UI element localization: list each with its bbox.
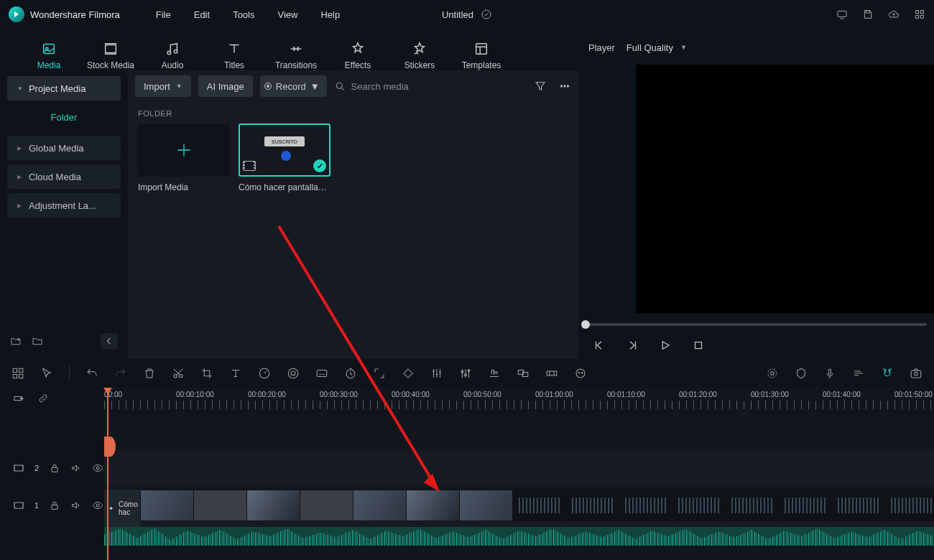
play-icon[interactable] [659,339,672,352]
clip-thumbnails[interactable] [141,490,934,521]
svg-rect-20 [13,375,17,378]
sidebar-item-label: Adjustment La... [29,200,96,211]
tab-transitions[interactable]: Transitions [269,40,323,70]
svg-point-38 [768,369,777,378]
adjust-icon[interactable] [430,367,443,380]
clip-header[interactable]: Cómo hac [104,490,141,527]
cloud-upload-icon[interactable] [888,9,900,20]
link-icon[interactable] [37,393,49,404]
clip-thumbnail: SUSCRITO ✓ [239,123,330,177]
layout-icon[interactable] [11,367,24,380]
delete-icon[interactable] [143,367,156,380]
import-button[interactable]: Import ▼ [135,75,191,97]
caption-icon[interactable] [315,367,328,380]
color-icon[interactable] [287,367,300,380]
timeline-tracks[interactable]: 00:00 00:00:10:00 00:00:20:00 00:00:30:0… [104,388,934,560]
mute-icon[interactable] [70,462,82,474]
tab-media[interactable]: Media [22,40,76,70]
tab-stock-media[interactable]: Stock Media [83,40,138,70]
media-clip-tile[interactable]: SUSCRITO ✓ Cómo hacer pantallas ... [239,123,330,192]
panel-tabs: Media Stock Media Audio Titles Transitio… [0,29,578,70]
playhead-handle[interactable] [104,437,116,457]
track-header-v2[interactable]: 2 [0,449,104,487]
player-scrubber[interactable] [586,323,927,326]
record-button[interactable]: Record ▼ [260,75,327,97]
expand-icon[interactable] [373,367,386,380]
sidebar-item-cloud-media[interactable]: ▶ Cloud Media [7,164,121,189]
new-folder-icon[interactable] [10,335,22,347]
display-icon[interactable] [836,9,848,20]
audio-mixer-icon[interactable] [852,367,865,380]
lock-icon[interactable] [49,462,60,474]
more-icon[interactable] [558,80,571,93]
folder-icon[interactable] [32,335,43,347]
keyframe-icon[interactable] [402,367,415,380]
voiceover-icon[interactable] [823,367,836,380]
text-icon[interactable] [229,367,242,380]
filter-icon[interactable] [534,80,547,93]
sidebar-item-global-media[interactable]: ▶ Global Media [7,136,121,160]
import-media-tile[interactable]: Import Media [138,123,230,192]
stop-icon[interactable] [692,339,705,352]
tab-stickers[interactable]: Stickers [392,40,447,70]
prev-frame-icon[interactable] [593,339,606,352]
render-icon[interactable] [766,367,779,380]
search-input[interactable]: Search media [334,80,527,92]
add-track-icon[interactable] [13,393,24,404]
collapse-sidebar-button[interactable] [101,333,118,349]
tab-templates[interactable]: Templates [454,40,509,70]
align-icon[interactable] [488,367,501,380]
project-media-button[interactable]: ▼ Project Media [7,76,121,101]
next-frame-icon[interactable] [626,339,639,352]
quality-selector[interactable]: Full Quality ▼ [626,42,687,53]
track-header-v1[interactable]: 1 [0,487,104,524]
menu-help[interactable]: Help [320,9,340,20]
svg-point-10 [167,51,171,55]
menu-tools[interactable]: Tools [233,9,254,20]
ai-icon[interactable] [574,367,587,380]
tab-titles[interactable]: Titles [207,40,262,70]
undo-icon[interactable] [85,367,98,380]
svg-rect-4 [920,11,923,14]
magnetic-icon[interactable] [881,367,894,380]
browser-toolbar: Import ▼ AI Image Record ▼ Search media [128,70,578,102]
time-ruler[interactable]: 00:00 00:00:10:00 00:00:20:00 00:00:30:0… [104,388,934,409]
preview-viewport[interactable] [636,65,934,313]
apps-grid-icon[interactable] [914,9,925,20]
svg-rect-41 [911,370,921,378]
track-v2[interactable] [104,449,934,487]
svg-rect-3 [916,11,919,14]
ruler-tick: 00:00:30:00 [320,391,358,398]
tab-stickers-label: Stickers [404,60,435,70]
redo-icon[interactable] [114,367,127,380]
menu-view[interactable]: View [277,9,297,20]
tab-audio[interactable]: Audio [145,40,200,70]
marker-icon[interactable] [795,367,808,380]
mixer-icon[interactable] [459,367,472,380]
save-icon[interactable] [862,9,874,20]
group-icon[interactable] [517,367,530,380]
video-track-icon [13,500,24,511]
cursor-icon[interactable] [40,367,53,380]
folder-label[interactable]: Folder [7,105,121,131]
crop-icon[interactable] [200,367,213,380]
snapshot-icon[interactable] [910,367,923,380]
lock-icon[interactable] [49,500,60,511]
visibility-icon[interactable] [92,462,103,474]
track-v1[interactable]: Cómo hac [104,490,934,527]
menu-file[interactable]: File [156,9,171,20]
ai-image-button[interactable]: AI Image [198,75,253,97]
mute-icon[interactable] [70,500,82,511]
svg-rect-9 [106,45,116,53]
speed-icon[interactable] [258,367,271,380]
tab-effects[interactable]: Effects [330,40,385,70]
timer-icon[interactable] [344,367,357,380]
visibility-icon[interactable] [92,500,103,511]
sidebar-item-adjustment-layer[interactable]: ▶ Adjustment La... [7,193,121,218]
cut-icon[interactable] [172,367,185,380]
track-icon[interactable] [545,367,558,380]
audio-waveform[interactable] [104,527,934,546]
menu-edit[interactable]: Edit [194,9,210,20]
playhead[interactable] [107,388,108,560]
titlebar-right [836,9,925,20]
